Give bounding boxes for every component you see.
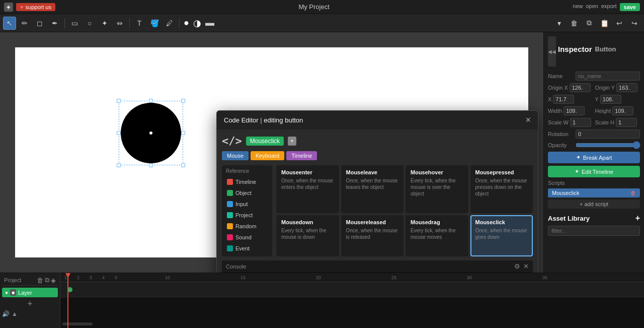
ref-input[interactable]: Input [224,199,270,209]
asset-filter-input[interactable] [548,226,640,236]
timeline-copy-btn[interactable]: ⧉ [45,276,49,284]
handle-tr[interactable] [181,99,185,103]
origin-x-input[interactable] [570,83,591,92]
event-card-mousehover[interactable]: Mousehover Every tick, when the mouse is… [406,165,468,213]
handle-lm[interactable] [117,131,121,135]
open-action[interactable]: open [586,3,598,11]
paste-btn[interactable]: 📋 [598,17,611,30]
scale-w-input[interactable] [570,118,591,127]
handle-bl[interactable] [117,163,121,167]
timeline-delete-btn[interactable]: 🗑 [37,276,43,284]
scale-h-input[interactable] [616,118,637,127]
opacity-slider[interactable] [576,141,640,149]
y-input[interactable] [600,95,621,104]
add-event-btn[interactable]: + [288,137,296,146]
x-label: X [548,96,551,102]
undo-btn[interactable]: ↩ [613,17,626,30]
add-layer-btn[interactable]: + [2,299,58,308]
event-card-mousereleased[interactable]: Mousereleased Once, when the mouse is re… [341,215,404,256]
event-card-mouseenter[interactable]: Mouseenter Once, when the mouse enters t… [276,165,339,213]
rect-tool[interactable]: ▭ [68,17,81,30]
topbar: ◈ support us My Project new open export … [0,0,644,14]
event-card-mouseleave[interactable]: Mouseleave Once, when the mouse leaves t… [341,165,404,213]
script-delete-icon[interactable]: 🗑 [630,190,636,196]
origin-x-label: Origin X [548,85,568,91]
transform-tool[interactable]: ⇔ [113,17,126,30]
timeline-sidebar: Project 🗑 ⧉ ◈ ● ■ Layer + 🔊 ▲ [0,273,60,328]
rotation-input[interactable] [576,129,640,139]
cursor-tool[interactable]: ↖ [3,17,16,30]
handle-tm[interactable] [149,99,153,103]
star-tool[interactable]: ✦ [98,17,111,30]
event-card-mousedrag[interactable]: Mousedrag Every tick, when the mouse mov… [406,215,468,256]
edit-timeline-btn[interactable]: ✦ Edit Timeline [548,166,640,177]
ref-event[interactable]: Event [224,243,270,253]
circle-object[interactable] [121,103,181,163]
mousedrag-desc: Every tick, when the mouse moves [411,227,463,240]
origin-x-pair: Origin X [548,83,593,92]
delete-btn[interactable]: 🗑 [568,17,581,30]
circle-tool[interactable]: ○ [83,17,96,30]
asset-add-icon[interactable]: + [635,214,640,223]
pen-tool[interactable]: ✒ [48,17,61,30]
break-apart-btn[interactable]: ✦ Break Apart [548,152,640,163]
new-action[interactable]: new [573,3,583,11]
mouseclick-tag[interactable]: Mouseclick [246,137,284,146]
console-settings-btn[interactable]: ⚙ [514,263,520,270]
handle-br[interactable] [181,163,185,167]
tab-keyboard[interactable]: Keyboard [251,151,284,160]
timeline-layer[interactable]: ● ■ Layer [2,288,58,297]
handle-rm[interactable] [181,131,185,135]
timeline-track[interactable]: 1 2 3 4 5 10 15 20 25 30 35 [60,273,644,328]
canvas-area[interactable]: ◎ ✦ ◎ 🔍 ◉ ⊞ ▶ Code Editor | editing butt… [0,32,543,273]
layer-label: Layer [18,290,32,296]
paint-tool[interactable]: 🪣 [148,17,161,30]
handle-bm[interactable] [149,163,153,167]
support-button[interactable]: support us [16,3,55,11]
playhead[interactable] [67,273,68,328]
layer-track[interactable] [60,282,644,297]
ruler-mark-10: 10 [165,275,170,280]
tl-btn-1[interactable]: 🔊 [2,310,10,317]
tab-mouse[interactable]: Mouse [222,151,249,160]
width-input[interactable] [564,106,585,115]
pencil-tool[interactable]: ✏ [18,17,31,30]
redo-btn[interactable]: ↪ [628,17,641,30]
inspector-collapse-btn[interactable]: ◀◀ [548,36,556,67]
ref-object[interactable]: Object [224,188,270,198]
ref-sound[interactable]: Sound [224,232,270,242]
console-close-btn[interactable]: ✕ [523,263,529,270]
save-button[interactable]: save [620,3,640,11]
mouseleave-title: Mouseleave [346,169,399,175]
selected-object[interactable] [121,103,181,163]
tab-timeline-events[interactable]: Timeline [286,151,317,160]
mousedrag-title: Mousedrag [411,219,463,225]
event-card-mousepressed[interactable]: Mousepressed Once, when the mouse presse… [470,165,533,213]
ref-timeline[interactable]: Timeline [224,177,270,187]
timeline-scrollbar[interactable] [62,322,93,325]
script-item[interactable]: Mouseclick 🗑 [548,188,640,198]
event-card-mousedown[interactable]: Mousedown Every tick, when the mouse is … [276,215,339,256]
dropdown-btn[interactable]: ▾ [552,17,566,30]
layer-dot: ● [5,290,8,295]
tl-btn-2[interactable]: ▲ [12,310,18,317]
modal-close-btn[interactable]: × [525,115,531,125]
export-action[interactable]: export [601,3,617,11]
ref-random[interactable]: Random [224,221,270,231]
opacity-row: Opacity [548,141,640,149]
text-tool[interactable]: T [133,17,146,30]
timeline-dot [227,179,233,185]
name-input[interactable] [576,72,640,81]
event-card-mouseclick[interactable]: Mouseclick Once, when the mouse goes dow… [470,215,533,256]
height-input[interactable] [612,106,633,115]
add-script-btn[interactable]: + add script [548,200,640,209]
copy-btn[interactable]: ⧉ [583,17,596,30]
eyedropper-tool[interactable]: 🖊 [163,17,176,30]
origin-y-input[interactable] [616,83,637,92]
ref-project[interactable]: Project [224,210,270,220]
eraser-tool[interactable]: ◻ [33,17,46,30]
handle-tl[interactable] [117,99,121,103]
project-label: Project [4,277,21,283]
x-input[interactable] [553,95,574,104]
timeline-diamond-btn[interactable]: ◈ [51,276,56,284]
